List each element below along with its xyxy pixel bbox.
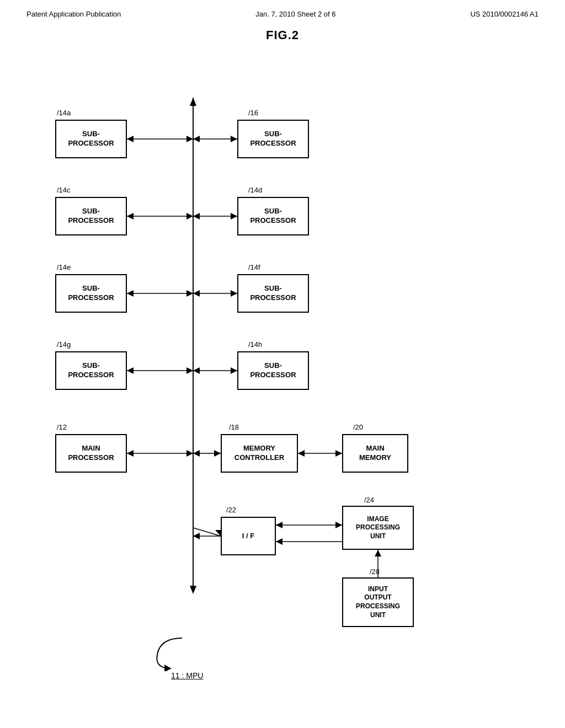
label-14a: /14a — [57, 109, 71, 117]
svg-marker-16 — [186, 290, 193, 297]
diagram-area: SUB-PROCESSOR /14a SUB-PROCESSOR /16 SUB… — [0, 48, 565, 710]
label-14e: /14e — [57, 263, 71, 271]
label-22: /22 — [226, 506, 236, 514]
label-28: /28 — [370, 568, 380, 576]
svg-marker-28 — [186, 450, 193, 457]
label-18: /18 — [229, 423, 239, 431]
header-left: Patent Application Publication — [26, 10, 121, 18]
box-14e: SUB-PROCESSOR — [55, 274, 127, 313]
svg-marker-4 — [186, 136, 193, 142]
box-14h: SUB-PROCESSOR — [237, 351, 309, 390]
mpu-label: 11 : MPU — [171, 671, 203, 680]
svg-marker-47 — [164, 665, 171, 671]
header-right: US 2010/0002146 A1 — [470, 10, 539, 18]
svg-marker-44 — [276, 538, 282, 545]
svg-line-36 — [193, 528, 221, 536]
label-24: /24 — [364, 496, 374, 504]
mpu-arrow-svg — [149, 633, 215, 671]
label-14h: /14h — [248, 340, 262, 349]
svg-marker-1 — [190, 586, 196, 594]
box-24: IMAGEPROCESSINGUNIT — [342, 506, 414, 550]
box-22: I / F — [221, 517, 276, 555]
svg-marker-41 — [335, 522, 342, 528]
svg-marker-31 — [214, 450, 221, 457]
header-middle: Jan. 7, 2010 Sheet 2 of 6 — [255, 10, 335, 18]
svg-marker-13 — [231, 213, 237, 220]
label-14g: /14g — [57, 340, 71, 349]
svg-marker-29 — [127, 450, 134, 457]
box-14g: SUB-PROCESSOR — [55, 351, 127, 390]
svg-marker-25 — [231, 367, 237, 374]
label-14c: /14c — [57, 186, 71, 194]
svg-marker-39 — [193, 533, 200, 539]
label-16: /16 — [248, 109, 258, 117]
svg-marker-34 — [335, 450, 342, 457]
svg-marker-2 — [190, 98, 196, 106]
label-14d: /14d — [248, 186, 262, 194]
header: Patent Application Publication Jan. 7, 2… — [0, 0, 565, 23]
label-20: /20 — [353, 423, 363, 431]
svg-marker-5 — [127, 136, 134, 142]
svg-marker-17 — [127, 290, 134, 297]
svg-marker-23 — [127, 367, 134, 374]
svg-marker-22 — [186, 367, 193, 374]
box-14a: SUB-PROCESSOR — [55, 120, 127, 158]
svg-marker-8 — [193, 136, 200, 142]
svg-marker-14 — [193, 213, 200, 220]
box-16: SUB-PROCESSOR — [237, 120, 309, 158]
box-12: MAINPROCESSOR — [55, 434, 127, 473]
label-14f: /14f — [248, 263, 260, 271]
box-28: INPUTOUTPUTPROCESSINGUNIT — [342, 577, 414, 627]
box-18: MEMORYCONTROLLER — [221, 434, 298, 473]
box-14c: SUB-PROCESSOR — [55, 197, 127, 235]
box-14d: SUB-PROCESSOR — [237, 197, 309, 235]
svg-marker-20 — [193, 290, 200, 297]
label-12: /12 — [57, 423, 67, 431]
box-20: MAINMEMORY — [342, 434, 408, 473]
figure-title: FIG.2 — [0, 28, 565, 42]
box-14f: SUB-PROCESSOR — [237, 274, 309, 313]
svg-marker-11 — [127, 213, 134, 220]
svg-marker-19 — [231, 290, 237, 297]
svg-marker-32 — [193, 450, 200, 457]
svg-marker-35 — [298, 450, 305, 457]
svg-marker-42 — [276, 522, 282, 528]
svg-marker-46 — [375, 550, 381, 556]
svg-marker-26 — [193, 367, 200, 374]
svg-marker-7 — [231, 136, 237, 142]
svg-marker-10 — [186, 213, 193, 220]
